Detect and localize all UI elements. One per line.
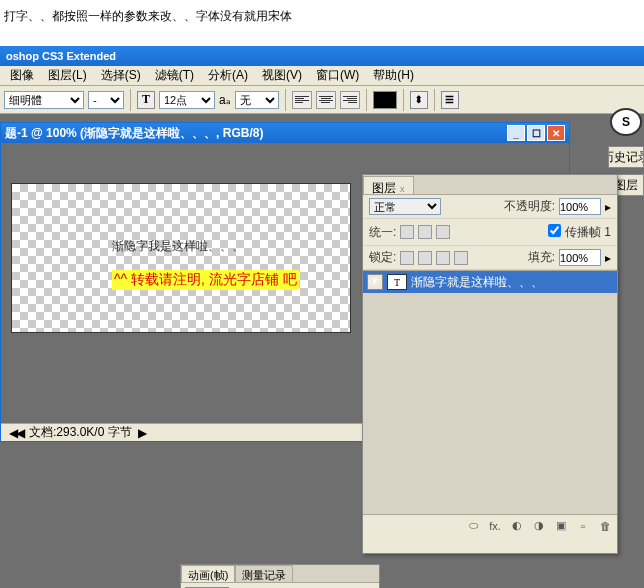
tab-close-icon[interactable]: x [400,184,405,194]
animation-panel: 动画(帧) 测量记录 1 0 秒 [180,564,380,588]
fill-input[interactable] [559,249,601,266]
annotation-text: 打字、、都按照一样的参数来改、、字体没有就用宋体 [0,0,644,45]
app-titlebar: oshop CS3 Extended [0,46,644,66]
lock-image-icon[interactable] [418,251,432,265]
layers-panel-footer: ⬭ fx. ◐ ◑ ▣ ▫ 🗑 [363,514,617,536]
unify-style-icon[interactable] [436,225,450,239]
status-dropdown-icon[interactable]: ▶ [138,426,147,440]
maximize-button[interactable]: ☐ [527,125,545,141]
layer-name[interactable]: 渐隐字就是这样啦、、、 [411,274,543,291]
panel-tabs: 图层x [363,175,617,195]
layer-group-icon[interactable]: ▣ [553,519,569,533]
status-arrow-left[interactable]: ◀◀ [9,426,23,440]
lock-transparency-icon[interactable] [400,251,414,265]
font-family-select[interactable]: 细明體 [4,91,84,109]
skype-icon[interactable]: S [610,108,642,136]
visibility-eye-icon[interactable]: 👁 [367,274,383,290]
layer-mask-icon[interactable]: ◐ [509,519,525,533]
menu-filter[interactable]: 滤镜(T) [149,65,200,86]
unify-visibility-icon[interactable] [418,225,432,239]
canvas[interactable]: 渐隐字我是这样啦、、、 ^^ 转载请注明, 流光字店铺 吧 [11,183,351,333]
measurement-log-tab[interactable]: 测量记录 [235,565,293,582]
delete-layer-icon[interactable]: 🗑 [597,519,613,533]
close-button[interactable]: ✕ [547,125,565,141]
animation-tabs: 动画(帧) 测量记录 [181,565,379,583]
menu-image[interactable]: 图像 [4,65,40,86]
text-color-swatch[interactable] [373,91,397,109]
watermark-text: ^^ 转载请注明, 流光字店铺 吧 [112,270,299,290]
link-layers-icon[interactable]: ⬭ [465,519,481,533]
propagate-checkbox[interactable] [548,222,561,239]
font-size-select[interactable]: 12点 [159,91,215,109]
photoshop-window: oshop CS3 Extended 图像 图层(L) 选择(S) 滤镜(T) … [0,46,644,588]
layers-panel: 图层x 正常 不透明度: ▸ 统一: 传播帧 1 锁定: [362,174,618,554]
align-left-button[interactable] [292,91,312,109]
history-panel-button[interactable]: 历史记录 [608,146,644,168]
adjustment-layer-icon[interactable]: ◑ [531,519,547,533]
propagate-label: 传播帧 1 [565,224,611,241]
menu-layer[interactable]: 图层(L) [42,65,93,86]
antialias-select[interactable]: 无 [235,91,279,109]
fill-dropdown-icon[interactable]: ▸ [605,251,611,265]
fill-label: 填充: [528,249,555,266]
layer-list: 👁 T 渐隐字就是这样啦、、、 [363,270,617,514]
align-center-button[interactable] [316,91,336,109]
text-size-icon: T [137,91,155,109]
layers-tab[interactable]: 图层x [363,176,414,194]
menu-help[interactable]: 帮助(H) [367,65,420,86]
menu-window[interactable]: 窗口(W) [310,65,365,86]
blend-mode-select[interactable]: 正常 [369,198,441,215]
canvas-text-layer[interactable]: 渐隐字我是这样啦、、、 [112,238,244,255]
minimize-button[interactable]: _ [507,125,525,141]
warp-text-button[interactable]: ⬍ [410,91,428,109]
menubar: 图像 图层(L) 选择(S) 滤镜(T) 分析(A) 视图(V) 窗口(W) 帮… [0,66,644,86]
lock-all-icon[interactable] [454,251,468,265]
layer-item[interactable]: 👁 T 渐隐字就是这样啦、、、 [363,271,617,293]
layer-thumbnail[interactable]: T [387,274,407,290]
workspace: 题-1 @ 100% (渐隐字就是这样啦、、、, RGB/8) _ ☐ ✕ 渐隐… [0,114,644,588]
document-title: 题-1 @ 100% (渐隐字就是这样啦、、、, RGB/8) [5,125,263,142]
menu-select[interactable]: 选择(S) [95,65,147,86]
menu-view[interactable]: 视图(V) [256,65,308,86]
lock-position-icon[interactable] [436,251,450,265]
align-right-button[interactable] [340,91,360,109]
document-titlebar[interactable]: 题-1 @ 100% (渐隐字就是这样啦、、、, RGB/8) _ ☐ ✕ [1,123,569,143]
opacity-label: 不透明度: [504,198,555,215]
character-panel-button[interactable]: ☰ [441,91,459,109]
doc-size-info: 文档:293.0K/0 字节 [29,424,132,441]
opacity-dropdown-icon[interactable]: ▸ [605,200,611,214]
layer-style-icon[interactable]: fx. [487,519,503,533]
aa-label: aₐ [219,93,231,107]
opacity-input[interactable] [559,198,601,215]
new-layer-icon[interactable]: ▫ [575,519,591,533]
animation-frames-tab[interactable]: 动画(帧) [181,565,235,582]
lock-label: 锁定: [369,249,396,266]
font-style-select[interactable]: - [88,91,124,109]
unify-label: 统一: [369,224,396,241]
unify-position-icon[interactable] [400,225,414,239]
menu-analysis[interactable]: 分析(A) [202,65,254,86]
options-bar: 细明體 - T 12点 aₐ 无 ⬍ ☰ [0,86,644,114]
